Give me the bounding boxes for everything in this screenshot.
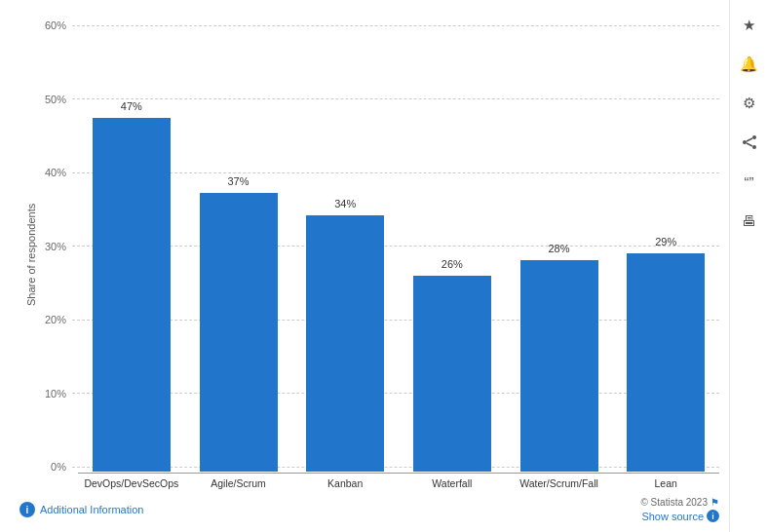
bar-value-label: 29% (655, 236, 676, 247)
bar: 34% (306, 215, 384, 472)
bar-value-label: 47% (121, 100, 142, 112)
grid-tick-label: 20% (37, 314, 72, 325)
grid-tick-label: 10% (37, 388, 72, 399)
bar-group: 34% (291, 19, 399, 472)
credit-text: © Statista 2023 (640, 497, 708, 508)
grid-tick-label: 40% (37, 167, 72, 178)
statista-credit: © Statista 2023 ⚑ (640, 497, 719, 508)
bar-group: 37% (185, 19, 292, 472)
bar-group: 47% (78, 19, 185, 472)
bar-value-label: 37% (227, 175, 249, 187)
star-icon[interactable]: ★ (736, 12, 763, 39)
quote-icon[interactable]: “” (736, 168, 763, 195)
chart-area: Share of respondents 60%50%40%30%20%10%0… (19, 19, 719, 489)
bell-icon[interactable]: 🔔 (736, 51, 763, 78)
x-axis-label: Water/Scrum/Fall (506, 477, 613, 489)
grid-and-bars: 60%50%40%30%20%10%0% 47%37%34%26%28%29% (37, 19, 719, 473)
show-source-label: Show source (641, 511, 704, 522)
svg-point-0 (752, 135, 756, 139)
grid-tick-label: 60% (37, 19, 72, 31)
x-axis-label: Waterfall (399, 477, 506, 489)
gear-icon[interactable]: ⚙ (736, 90, 763, 117)
footer-left[interactable]: i Additional Information (19, 502, 143, 517)
x-axis-line (78, 473, 719, 474)
grid-tick-label: 0% (37, 461, 72, 473)
bar-value-label: 28% (549, 243, 570, 254)
svg-line-3 (747, 138, 752, 141)
bars-container: 47%37%34%26%28%29% (78, 19, 719, 473)
print-icon[interactable]: 🖶 (736, 207, 763, 234)
grid-tick-label: 30% (37, 241, 72, 252)
main-content: Share of respondents 60%50%40%30%20%10%0… (0, 0, 729, 532)
share-icon[interactable] (736, 129, 763, 156)
footer-right: © Statista 2023 ⚑ Show source i (640, 497, 719, 522)
show-source-button[interactable]: Show source i (641, 510, 719, 522)
bar-value-label: 26% (442, 258, 463, 270)
x-axis-label: Kanban (291, 477, 399, 489)
svg-point-2 (752, 145, 756, 149)
grid-tick-label: 50% (37, 94, 72, 105)
bar: 29% (627, 253, 705, 472)
x-axis-label: Lean (612, 477, 719, 489)
bar: 47% (93, 118, 171, 472)
show-source-info-icon: i (707, 510, 719, 522)
statista-logo-icon: ⚑ (710, 497, 719, 508)
x-axis-labels: DevOps/DevSecOpsAgile/ScrumKanbanWaterfa… (37, 477, 719, 489)
info-icon[interactable]: i (19, 502, 35, 517)
svg-point-1 (743, 140, 747, 144)
bar: 26% (413, 276, 491, 472)
bar-group: 29% (612, 19, 719, 472)
chart-inner: 60%50%40%30%20%10%0% 47%37%34%26%28%29% … (37, 19, 719, 489)
x-axis-label: Agile/Scrum (185, 477, 292, 489)
bar: 28% (520, 260, 598, 472)
y-axis-label: Share of respondents (19, 19, 37, 489)
bar-group: 28% (506, 19, 613, 472)
bar: 37% (200, 193, 278, 472)
svg-line-4 (747, 143, 752, 146)
bar-group: 26% (399, 19, 506, 472)
additional-info-label: Additional Information (40, 504, 143, 515)
sidebar: ★ 🔔 ⚙ “” 🖶 (729, 0, 768, 532)
footer: i Additional Information © Statista 2023… (19, 497, 719, 522)
x-axis-label: DevOps/DevSecOps (78, 477, 185, 489)
bar-value-label: 34% (334, 198, 356, 209)
